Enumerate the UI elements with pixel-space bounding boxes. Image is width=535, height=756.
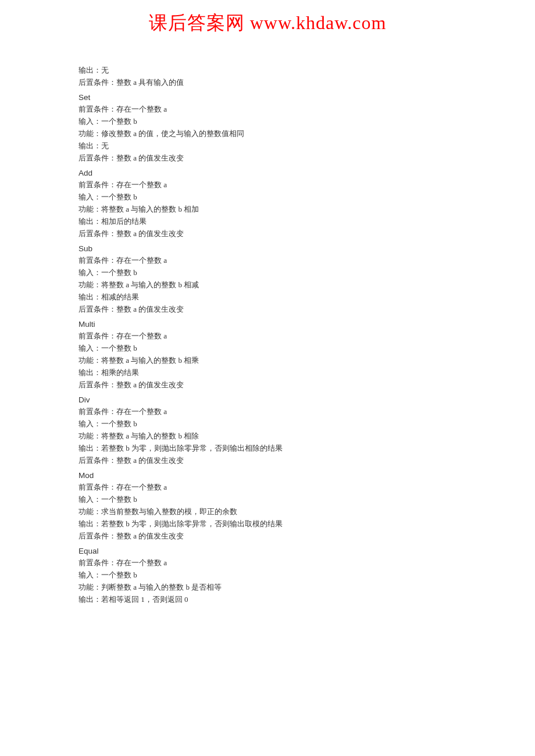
- set-func: 功能：修改整数 a 的值，使之与输入的整数值相同: [79, 127, 456, 140]
- sub-output: 输出：相减的结果: [79, 291, 456, 303]
- set-pre: 前置条件：存在一个整数 a: [79, 103, 456, 115]
- set-input: 输入：一个整数 b: [79, 115, 456, 127]
- section-title-mod: Mod: [79, 471, 456, 480]
- document-content: 输出：无 后置条件：整数 a 具有输入的值 Set 前置条件：存在一个整数 a …: [79, 64, 456, 605]
- equal-pre: 前置条件：存在一个整数 a: [79, 557, 456, 569]
- set-post: 后置条件：整数 a 的值发生改变: [79, 152, 456, 164]
- multi-func: 功能：将整数 a 与输入的整数 b 相乘: [79, 354, 456, 366]
- intro-output: 输出：无: [79, 64, 456, 76]
- equal-output: 输出：若相等返回 1，否则返回 0: [79, 593, 456, 605]
- mod-post: 后置条件：整数 a 的值发生改变: [79, 530, 456, 542]
- add-input: 输入：一个整数 b: [79, 191, 456, 203]
- div-func: 功能：将整数 a 与输入的整数 b 相除: [79, 430, 456, 442]
- section-title-add: Add: [79, 169, 456, 177]
- intro-postcondition: 后置条件：整数 a 具有输入的值: [79, 76, 456, 88]
- multi-post: 后置条件：整数 a 的值发生改变: [79, 379, 456, 391]
- add-pre: 前置条件：存在一个整数 a: [79, 179, 456, 191]
- sub-input: 输入：一个整数 b: [79, 266, 456, 279]
- div-output: 输出：若整数 b 为零，则抛出除零异常，否则输出相除的结果: [79, 442, 456, 454]
- div-input: 输入：一个整数 b: [79, 418, 456, 430]
- add-func: 功能：将整数 a 与输入的整数 b 相加: [79, 203, 456, 215]
- section-title-equal: Equal: [79, 547, 456, 555]
- mod-output: 输出：若整数 b 为零，则抛出除零异常，否则输出取模的结果: [79, 518, 456, 530]
- add-post: 后置条件：整数 a 的值发生改变: [79, 227, 456, 240]
- sub-post: 后置条件：整数 a 的值发生改变: [79, 303, 456, 315]
- section-title-sub: Sub: [79, 244, 456, 253]
- section-title-set: Set: [79, 93, 456, 102]
- mod-func: 功能：求当前整数与输入整数的模，即正的余数: [79, 505, 456, 518]
- equal-func: 功能：判断整数 a 与输入的整数 b 是否相等: [79, 581, 456, 593]
- mod-input: 输入：一个整数 b: [79, 493, 456, 505]
- watermark-header: 课后答案网 www.khdaw.com: [0, 10, 535, 36]
- add-output: 输出：相加后的结果: [79, 215, 456, 227]
- multi-pre: 前置条件：存在一个整数 a: [79, 330, 456, 342]
- section-title-div: Div: [79, 395, 456, 404]
- sub-func: 功能：将整数 a 与输入的整数 b 相减: [79, 279, 456, 291]
- div-pre: 前置条件：存在一个整数 a: [79, 405, 456, 418]
- mod-pre: 前置条件：存在一个整数 a: [79, 481, 456, 493]
- set-output: 输出：无: [79, 140, 456, 152]
- multi-input: 输入：一个整数 b: [79, 342, 456, 354]
- section-title-multi: Multi: [79, 320, 456, 329]
- equal-input: 输入：一个整数 b: [79, 569, 456, 581]
- sub-pre: 前置条件：存在一个整数 a: [79, 254, 456, 266]
- div-post: 后置条件：整数 a 的值发生改变: [79, 454, 456, 466]
- multi-output: 输出：相乘的结果: [79, 366, 456, 379]
